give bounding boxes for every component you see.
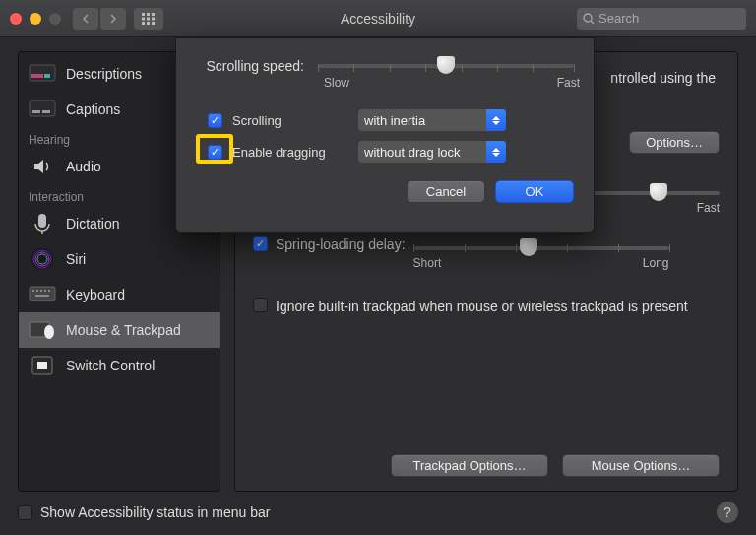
spring-loading-delay-slider[interactable]: Short Long	[413, 236, 669, 268]
svg-rect-4	[147, 17, 150, 20]
ok-button[interactable]: OK	[495, 180, 574, 203]
svg-point-9	[584, 14, 592, 22]
sidebar-item-label: Switch Control	[66, 358, 155, 373]
window-titlebar: Accessibility Search	[0, 0, 756, 37]
scrolling-checkbox[interactable]: ✓	[208, 113, 222, 128]
traffic-lights	[10, 13, 61, 25]
search-input[interactable]: Search	[577, 8, 746, 30]
svg-rect-8	[152, 22, 155, 25]
svg-rect-11	[30, 65, 55, 81]
search-icon	[583, 13, 595, 25]
chevron-up-down-icon	[486, 141, 506, 163]
sidebar-item-mouse-trackpad[interactable]: Mouse & Trackpad	[19, 312, 220, 348]
sidebar-item-switch-control[interactable]: Switch Control	[19, 348, 220, 383]
svg-rect-1	[147, 13, 150, 16]
sidebar-item-label: Keyboard	[66, 287, 125, 302]
close-window-button[interactable]	[10, 13, 22, 25]
sidebar-item-label: Mouse & Trackpad	[66, 322, 181, 338]
search-placeholder: Search	[598, 11, 639, 26]
sidebar-item-label: Audio	[66, 159, 101, 174]
svg-rect-6	[142, 22, 145, 25]
sidebar-item-label: Dictation	[66, 216, 119, 232]
window-footer: Show Accessibility status in menu bar ?	[18, 502, 738, 523]
svg-rect-29	[35, 295, 49, 297]
show-status-menubar-checkbox[interactable]	[18, 505, 32, 520]
svg-rect-3	[142, 17, 145, 20]
scrolling-label: Scrolling	[232, 113, 348, 128]
slider-short-label: Short	[413, 256, 442, 270]
svg-rect-27	[44, 290, 46, 292]
mouse-options-button[interactable]: Mouse Options…	[562, 454, 720, 477]
svg-rect-15	[32, 110, 40, 113]
sidebar-item-label: Siri	[66, 251, 86, 267]
scrolling-speed-slider[interactable]: Slow Fast	[318, 56, 574, 96]
sidebar-item-siri[interactable]: Siri	[19, 241, 220, 277]
switch-control-icon	[29, 354, 56, 377]
slider-slow-label: Slow	[324, 76, 349, 90]
svg-point-31	[44, 325, 54, 339]
keyboard-icon	[29, 283, 56, 306]
svg-rect-12	[32, 74, 43, 78]
svg-rect-24	[32, 290, 34, 292]
svg-rect-16	[42, 110, 50, 113]
svg-rect-28	[48, 290, 50, 292]
captions-icon	[29, 98, 56, 121]
scrolling-speed-label: Scrolling speed:	[196, 56, 304, 74]
sidebar-item-label: Captions	[66, 101, 120, 117]
spring-loading-checkbox[interactable]: ✓	[253, 236, 268, 251]
sidebar-item-label: Descriptions	[66, 66, 142, 82]
cancel-button[interactable]: Cancel	[407, 180, 485, 203]
help-button[interactable]: ?	[717, 502, 738, 523]
trackpad-options-sheet: Scrolling speed: Slow Fast ✓ Scrol	[175, 37, 595, 233]
svg-rect-26	[40, 290, 42, 292]
slider-long-label: Long	[643, 256, 669, 270]
svg-rect-7	[147, 22, 150, 25]
dragging-select-value: without drag lock	[364, 145, 461, 160]
svg-point-19	[32, 248, 53, 270]
svg-rect-13	[44, 74, 50, 78]
svg-rect-2	[152, 13, 155, 16]
enable-dragging-checkbox[interactable]: ✓	[208, 145, 222, 160]
slider-fast-label: Fast	[557, 76, 580, 90]
audio-icon	[29, 155, 56, 178]
show-all-button[interactable]	[134, 8, 163, 30]
mouse-trackpad-icon	[29, 318, 56, 342]
svg-rect-17	[38, 214, 46, 228]
show-status-menubar-label: Show Accessibility status in menu bar	[40, 504, 270, 520]
nav-buttons	[73, 8, 126, 30]
svg-rect-0	[142, 13, 145, 16]
descriptions-icon	[29, 62, 56, 86]
dictation-icon	[29, 212, 56, 235]
svg-line-10	[591, 21, 594, 24]
chevron-up-down-icon	[486, 109, 506, 131]
zoom-window-button[interactable]	[49, 13, 61, 25]
minimize-window-button[interactable]	[30, 13, 41, 25]
svg-rect-14	[30, 100, 55, 116]
ignore-trackpad-checkbox[interactable]	[253, 298, 268, 312]
svg-rect-23	[30, 287, 55, 301]
svg-rect-25	[36, 290, 38, 292]
slider-fast-label: Fast	[697, 201, 720, 215]
spring-loading-label: Spring-loading delay:	[276, 236, 406, 252]
back-button[interactable]	[73, 8, 98, 30]
svg-rect-5	[152, 17, 155, 20]
svg-rect-33	[37, 362, 47, 369]
forward-button[interactable]	[100, 8, 126, 30]
scrolling-select-value: with inertia	[364, 113, 425, 128]
siri-icon	[29, 247, 56, 271]
options-button[interactable]: Options…	[629, 131, 720, 154]
sidebar-item-keyboard[interactable]: Keyboard	[19, 277, 220, 312]
enable-dragging-label: Enable dragging	[232, 145, 348, 160]
dragging-select[interactable]: without drag lock	[358, 141, 506, 163]
trackpad-options-button[interactable]: Trackpad Options…	[391, 454, 548, 477]
scrolling-select[interactable]: with inertia	[358, 109, 506, 131]
ignore-trackpad-label: Ignore built-in trackpad when mouse or w…	[276, 298, 688, 317]
